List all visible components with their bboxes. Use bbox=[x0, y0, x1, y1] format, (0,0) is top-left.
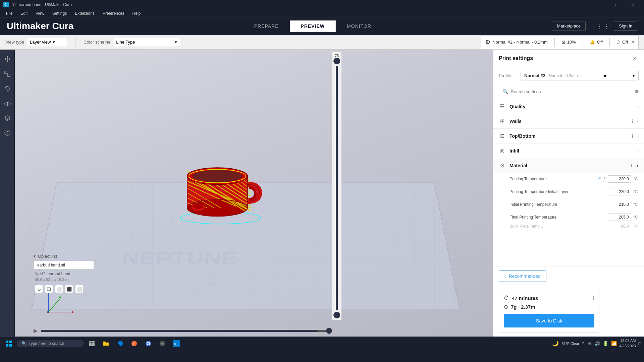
settings-object-btn[interactable]: ⬜ bbox=[75, 285, 83, 293]
printing-temp-input[interactable] bbox=[608, 175, 631, 183]
menu-extensions[interactable]: Extensions bbox=[71, 10, 98, 16]
color-scheme-dropdown[interactable]: Line Type ▾ bbox=[113, 38, 180, 46]
toolbar-row: View type Layer view ▾ Color scheme Line… bbox=[0, 35, 644, 50]
taskbar-volume-icon[interactable]: 🔊 bbox=[594, 341, 600, 346]
final-printing-temp-input[interactable] bbox=[608, 214, 631, 221]
minimize-button[interactable]: — bbox=[593, 0, 608, 9]
material-section-header[interactable]: ⊙ Material ℹ ▾ bbox=[493, 158, 644, 173]
taskbar-battery-icon[interactable]: 🔋 bbox=[603, 341, 608, 346]
menu-help[interactable]: Help bbox=[129, 10, 144, 16]
infill-item[interactable]: ⊠ 10% bbox=[561, 40, 576, 45]
svg-point-41 bbox=[193, 203, 203, 209]
view-type-dropdown[interactable]: Layer view ▾ bbox=[27, 38, 67, 46]
taskbar-search-placeholder: Type here to search bbox=[29, 341, 64, 346]
walls-section-header[interactable]: ⊞ Walls ℹ ‹ bbox=[493, 114, 644, 128]
support-item[interactable]: 🔔 Off bbox=[590, 40, 603, 45]
infill-section-header[interactable]: ◎ Infill ‹ bbox=[493, 143, 644, 158]
taskbar-settings-app[interactable] bbox=[156, 338, 168, 350]
object-file-input[interactable]: earbud band.stl bbox=[34, 261, 94, 269]
timeline-thumb[interactable] bbox=[326, 328, 332, 334]
menu-preferences[interactable]: Preferences bbox=[99, 10, 128, 16]
object-list-header[interactable]: ▾ Object list bbox=[34, 254, 94, 259]
topbottom-section-header[interactable]: ⊟ Top/Bottom ℹ ‹ bbox=[493, 129, 644, 143]
taskbar-app3[interactable]: P bbox=[128, 338, 140, 350]
layer-top-handle[interactable] bbox=[333, 58, 340, 64]
material-info-icon[interactable]: ℹ bbox=[631, 163, 632, 168]
layer-range-slider: 76 bbox=[332, 52, 341, 320]
viewport[interactable]: NEPTUNE 2 ELEGOO bbox=[15, 50, 493, 337]
menu-lines-icon[interactable]: ≡ bbox=[635, 88, 639, 95]
extra-temp-input[interactable] bbox=[608, 224, 631, 229]
layers-btn[interactable] bbox=[1, 112, 13, 124]
title-bar: C N2_earbud band - UltiMaker Cura — □ ✕ bbox=[0, 0, 644, 9]
adhesion-item[interactable]: ⬡ Off bbox=[616, 40, 628, 45]
timeline-track[interactable] bbox=[41, 330, 332, 332]
settings-gear-icon: ⚙ bbox=[485, 39, 490, 46]
initial-printing-temp-row: Initial Printing Temperature °C bbox=[493, 198, 644, 211]
scale-tool[interactable] bbox=[1, 68, 13, 80]
close-button[interactable]: ✕ bbox=[625, 0, 641, 9]
tab-monitor[interactable]: MONITOR bbox=[336, 20, 382, 32]
topbottom-title: Top/Bottom bbox=[509, 133, 628, 139]
center-object-btn[interactable]: ⊙ bbox=[35, 285, 43, 293]
delete-object-btn[interactable]: ⬛ bbox=[65, 285, 73, 293]
taskbar-weather: 51°F Clear bbox=[561, 342, 579, 346]
taskbar-task-view[interactable] bbox=[86, 338, 98, 350]
object-model-row: ✎ N2_earbud band bbox=[34, 272, 94, 276]
taskbar-vscode[interactable]: >_ bbox=[170, 338, 182, 350]
menu-view[interactable]: View bbox=[32, 10, 48, 16]
quality-section-header[interactable]: ☰ Quality ‹ bbox=[493, 99, 644, 114]
maximize-button[interactable]: □ bbox=[609, 0, 625, 9]
settings-profile-item[interactable]: ⚙ Normal #2 - Normal - 0.2mm bbox=[485, 39, 548, 46]
time-info-icon[interactable]: ℹ bbox=[593, 296, 594, 301]
play-button[interactable]: ▶ bbox=[34, 327, 38, 334]
printing-temp-reset[interactable]: ↺ bbox=[597, 176, 601, 182]
search-settings-input[interactable] bbox=[511, 89, 629, 94]
walls-info-icon[interactable]: ℹ bbox=[632, 119, 633, 124]
printing-temp-initial-row: Printing Temperature Initial Layer °C bbox=[493, 185, 644, 198]
multiply-object-btn[interactable]: ❑ bbox=[45, 285, 53, 293]
start-button[interactable] bbox=[3, 338, 15, 350]
save-to-disk-button[interactable]: Save to Disk bbox=[504, 314, 594, 327]
printing-temp-initial-input[interactable] bbox=[608, 188, 631, 195]
grid-icon[interactable]: ⋮⋮⋮ bbox=[590, 22, 610, 30]
taskbar-edge[interactable] bbox=[114, 338, 126, 350]
compass-btn[interactable] bbox=[1, 127, 13, 139]
taskbar-chrome[interactable] bbox=[142, 338, 154, 350]
profile-dropdown[interactable]: Normal #2 - Normal - 0.2mm ★ ▾ bbox=[521, 71, 639, 80]
svg-text:2: 2 bbox=[208, 274, 218, 288]
tab-prepare[interactable]: PREPARE bbox=[243, 20, 290, 32]
walls-icon: ⊞ bbox=[499, 118, 505, 124]
move-tool[interactable] bbox=[1, 53, 13, 65]
undo-btn[interactable] bbox=[1, 82, 13, 95]
initial-printing-temp-input[interactable] bbox=[608, 201, 631, 208]
print-settings-close-button[interactable]: ✕ bbox=[631, 54, 639, 62]
taskbar-chevron[interactable]: ^ bbox=[582, 341, 584, 346]
topbottom-chevron: ‹ bbox=[637, 134, 639, 138]
topbottom-info-icon[interactable]: ℹ bbox=[632, 133, 633, 139]
menu-file[interactable]: File bbox=[3, 10, 16, 16]
main-area: ◁▷ NEPTUNE bbox=[0, 50, 644, 337]
settings-toolbar-chevron[interactable]: ▾ bbox=[632, 40, 634, 45]
tab-preview[interactable]: PREVIEW bbox=[290, 20, 336, 32]
taskbar-notifications[interactable]: □ bbox=[639, 341, 641, 346]
taskbar-network-icon[interactable]: 🖥 bbox=[587, 341, 592, 346]
menu-settings[interactable]: Settings bbox=[49, 10, 70, 16]
marketplace-button[interactable]: Marketplace bbox=[552, 21, 586, 31]
taskbar-wifi-icon[interactable]: 📶 bbox=[611, 341, 617, 346]
taskbar-weather-icon: 🌙 bbox=[552, 340, 559, 347]
printing-temp-func[interactable]: ƒ bbox=[603, 176, 606, 182]
signin-button[interactable]: Sign in bbox=[614, 21, 637, 31]
search-input-wrap[interactable]: 🔍 bbox=[499, 87, 632, 96]
color-scheme-label: Color scheme bbox=[84, 40, 110, 45]
audio-btn[interactable]: ◁▷ bbox=[1, 97, 13, 109]
menu-edit[interactable]: Edit bbox=[17, 10, 31, 16]
quality-icon: ☰ bbox=[499, 103, 505, 110]
clock[interactable]: 12:08 AM 4/25/2023 bbox=[620, 338, 636, 349]
layer-bottom-handle[interactable] bbox=[333, 312, 340, 318]
recommended-button[interactable]: ‹ Recommended bbox=[499, 270, 546, 282]
taskbar-file-explorer[interactable] bbox=[100, 338, 112, 350]
mirror-object-btn[interactable]: ⬜ bbox=[55, 285, 63, 293]
taskbar-search[interactable]: 🔍 Type here to search bbox=[17, 340, 84, 347]
svg-rect-49 bbox=[6, 341, 8, 343]
